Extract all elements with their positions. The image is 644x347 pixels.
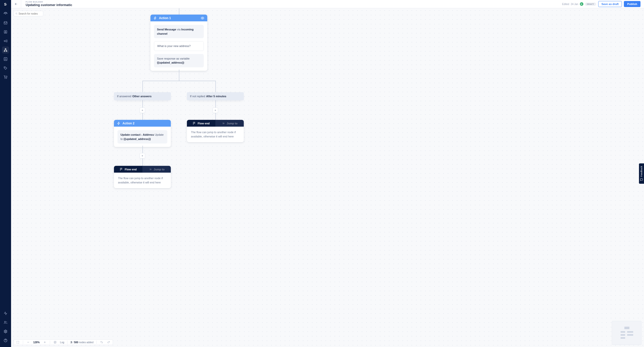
add-node-left-button[interactable]	[140, 108, 145, 113]
connector	[179, 8, 179, 15]
redo-button[interactable]	[107, 340, 111, 344]
log-label[interactable]: Log	[60, 341, 64, 344]
nav-flows-icon[interactable]	[2, 46, 9, 54]
branch-right-strong: After 5 minutes	[206, 95, 226, 98]
app-header: FLOW BUILDER Updating customer informati…	[11, 0, 644, 8]
send-message-strong: Send Message	[157, 28, 176, 31]
svg-point-10	[5, 321, 6, 322]
svg-point-11	[5, 331, 6, 332]
tab-jump-to[interactable]: Jump to	[142, 166, 171, 173]
update-contact-card: Update contact - Address Update to {{upd…	[117, 130, 167, 143]
update-strong: Update contact - Address	[120, 133, 154, 136]
add-node-right-button[interactable]	[213, 108, 218, 113]
log-icon[interactable]	[53, 340, 57, 344]
tab-flow-end[interactable]: Flow end	[187, 120, 215, 127]
nav-campaigns-icon[interactable]	[2, 37, 9, 44]
branch-label-notreplied[interactable]: If not replied After 5 minutes	[187, 92, 244, 100]
svg-point-2	[5, 31, 6, 32]
fullscreen-button[interactable]	[16, 340, 20, 344]
send-via-text: via	[176, 28, 181, 31]
nav-users-icon[interactable]	[2, 319, 9, 326]
edited-date: 24 Jan	[571, 3, 578, 6]
nodes-counter: 3 / 500 nodes added	[70, 341, 93, 344]
update-var: {{updated_address}}	[124, 137, 151, 140]
chat-icon	[640, 178, 643, 181]
save-variable-card: Save response as variable {{updated_addr…	[154, 54, 204, 67]
nav-inbox-icon[interactable]	[2, 19, 9, 26]
nav-analytics-icon[interactable]	[2, 56, 9, 63]
node-action-1[interactable]: Action 1 Send Message via Incoming chann…	[150, 15, 207, 71]
flow-end-body: The flow can jump to another node if ava…	[114, 173, 171, 188]
svg-rect-4	[4, 51, 5, 52]
brand-logo: S•	[0, 0, 11, 8]
tab-end-label: Flow end	[198, 122, 210, 125]
nav-tags-icon[interactable]	[2, 65, 9, 72]
add-node-below-action2-button[interactable]	[140, 153, 145, 159]
save-draft-button[interactable]: Save as draft	[598, 1, 622, 7]
feedback-tab[interactable]: Feedback	[639, 163, 644, 184]
tab-flow-end[interactable]: Flow end	[114, 166, 142, 173]
side-nav: S•	[0, 0, 11, 347]
jump-icon	[149, 168, 152, 171]
nav-contacts-icon[interactable]	[2, 28, 9, 35]
nav-settings-icon[interactable]	[2, 328, 9, 335]
svg-point-14	[202, 18, 203, 19]
svg-rect-5	[6, 51, 7, 52]
tab-end-label: Flow end	[125, 168, 137, 171]
connector	[142, 81, 143, 120]
flag-icon	[120, 168, 123, 171]
connector	[179, 70, 179, 81]
canvas-toolbar: 128% Log 3 / 500 nodes added	[14, 339, 113, 345]
plus-icon	[214, 109, 217, 112]
send-message-card: Send Message via Incoming channel	[154, 25, 204, 38]
save-prefix: Save response as variable	[157, 57, 190, 60]
tab-jump-label: Jump to	[154, 168, 165, 171]
flag-icon	[193, 122, 196, 125]
plus-icon	[141, 109, 144, 112]
nodes-total: 500	[74, 341, 78, 344]
svg-point-7	[5, 67, 5, 68]
nav-activity-icon[interactable]	[2, 310, 9, 317]
node-title: Action 1	[159, 16, 171, 20]
svg-rect-3	[5, 48, 6, 49]
message-preview-card: What is your new address?	[154, 41, 204, 51]
branch-right-prefix: If not replied	[190, 95, 205, 98]
page-title: Updating customer informatic	[26, 3, 72, 7]
back-button[interactable]	[11, 0, 21, 8]
editor-avatar[interactable]: E	[580, 2, 583, 6]
jump-icon	[222, 122, 225, 125]
undo-button[interactable]	[100, 340, 104, 344]
tab-jump-to[interactable]: Jump to	[215, 120, 244, 127]
flow-end-body: The flow can jump to another node if ava…	[187, 127, 244, 142]
tab-jump-label: Jump to	[227, 122, 237, 125]
svg-point-0	[5, 14, 6, 14]
node-flow-end-left[interactable]: Flow end Jump to The flow can jump to an…	[114, 166, 171, 188]
branch-left-prefix: If answered	[117, 95, 131, 98]
node-action-2[interactable]: Action 2 Update contact - Address Update…	[114, 120, 171, 147]
status-badge: DRAFT	[585, 3, 596, 6]
plus-icon	[141, 155, 144, 157]
nav-help-icon[interactable]	[2, 337, 9, 344]
save-var: {{updated_address}}	[157, 61, 184, 64]
bolt-icon	[153, 16, 157, 20]
node-title: Action 2	[123, 122, 134, 125]
svg-point-9	[6, 78, 7, 79]
connector	[142, 81, 216, 81]
zoom-out-button[interactable]	[26, 340, 30, 344]
flow-canvas[interactable]: Action 1 Send Message via Incoming chann…	[11, 8, 644, 347]
connector	[215, 81, 216, 120]
branch-label-answered[interactable]: If answered Other answers	[114, 92, 171, 100]
zoom-in-button[interactable]	[43, 340, 47, 344]
node-flow-end-right[interactable]: Flow end Jump to The flow can jump to an…	[187, 120, 244, 142]
eye-icon[interactable]	[201, 16, 204, 20]
publish-button[interactable]: Publish	[624, 1, 640, 7]
nodes-suffix: nodes added	[78, 341, 94, 344]
nodes-sep: /	[72, 341, 74, 344]
nav-commerce-icon[interactable]	[2, 74, 9, 81]
edited-meta: Edited 24 Jan E DRAFT	[562, 2, 596, 6]
bolt-icon	[117, 122, 120, 125]
minimap[interactable]	[612, 321, 641, 345]
edited-prefix: Edited	[562, 3, 569, 6]
nav-broadcast-icon[interactable]	[2, 10, 9, 17]
svg-point-8	[5, 78, 5, 79]
